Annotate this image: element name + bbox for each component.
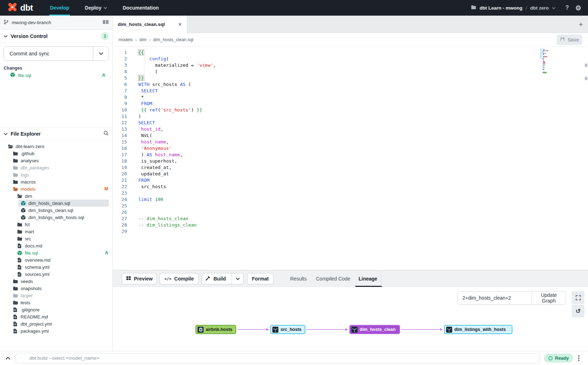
breadcrumb-segment[interactable]: models [118, 37, 133, 42]
docs-reader-icon[interactable] [102, 20, 109, 26]
code-line[interactable]: SELECT [138, 88, 588, 94]
code-line[interactable]: 'Anonymous' [138, 145, 588, 152]
code-line[interactable]: -- dim_hosts_clean [138, 216, 588, 222]
code-line[interactable]: NVL( [138, 132, 588, 139]
code-line[interactable]: created_at, [138, 164, 588, 171]
lineage-node-src_hosts[interactable]: src_hosts [270, 325, 305, 334]
lineage-node-dim_listings_with_hosts[interactable]: dim_listings_with_hosts [444, 325, 512, 334]
tree-item-models[interactable]: models M [0, 185, 112, 192]
code-line[interactable]: config( [138, 56, 588, 62]
account-switcher[interactable]: dbt Learn - mwong / dbt zero [471, 5, 556, 11]
code-line[interactable]: materialized = 'view', [138, 62, 588, 69]
tree-item-target[interactable]: target [0, 292, 112, 299]
code-line[interactable]: updated_at [138, 171, 588, 177]
code-line[interactable]: ) [138, 69, 588, 75]
dbt-logo[interactable]: dbt [0, 2, 42, 14]
tree-item-sources.yml[interactable]: sources.yml [0, 271, 112, 278]
code-line[interactable]: src_hosts [138, 184, 588, 190]
tree-item-dim_hosts_clean.sql[interactable]: dim_hosts_clean.sql [0, 200, 112, 207]
tree-item-snapshots[interactable]: snapshots [0, 285, 112, 292]
nav-item-documentation[interactable]: Documentation [115, 0, 167, 16]
preview-button[interactable]: Preview [122, 273, 157, 284]
scrollbar-thumb[interactable] [585, 64, 587, 67]
lineage-node-airbnb.hosts[interactable]: airbnb.hosts [195, 325, 236, 334]
tab-compiled-code[interactable]: Compiled Code [316, 270, 350, 287]
build-options-chevron[interactable] [232, 273, 243, 284]
changed-file-row[interactable]: file.sql A [0, 71, 112, 79]
tab-dim-hosts-clean[interactable]: dim_hosts_clean.sql ✕ [113, 16, 187, 33]
tab-lineage[interactable]: Lineage [359, 270, 377, 287]
lineage-node-dim_hosts_clean[interactable]: dim_hosts_clean [349, 325, 400, 334]
format-button[interactable]: Format [247, 273, 273, 284]
fullscreen-button[interactable] [572, 291, 584, 304]
tree-item-analyses[interactable]: analyses [0, 157, 112, 164]
help-icon[interactable]: ? [562, 5, 572, 11]
tab-results[interactable]: Results [290, 270, 307, 287]
code-line[interactable]: WITH src_hosts AS ( [138, 81, 588, 88]
code-line[interactable]: {{ [138, 49, 588, 56]
reset-view-button[interactable]: ↺ [572, 305, 584, 317]
tree-item-macros[interactable]: macros [0, 178, 112, 185]
code-line[interactable]: SELECT [138, 120, 588, 126]
tree-item-docs.md[interactable]: docs.md [0, 242, 112, 249]
tree-item-seeds[interactable]: seeds [0, 278, 112, 285]
code-line[interactable] [138, 209, 588, 216]
chevron-up-icon[interactable] [0, 356, 16, 360]
code-line[interactable]: {{ ref('src_hosts') }} [138, 107, 588, 113]
tree-item-dim[interactable]: dim [0, 192, 112, 200]
code-line[interactable] [138, 203, 588, 209]
commit-and-sync-button[interactable]: Commit and sync [4, 47, 109, 61]
code-line[interactable]: FROM [138, 177, 588, 184]
code-line[interactable]: is_superhost, [138, 158, 588, 164]
nav-item-deploy[interactable]: Deploy [77, 0, 115, 16]
tree-item-src[interactable]: src [0, 235, 112, 242]
tree-item-dbt_packages[interactable]: dbt_packages [0, 164, 112, 171]
file-explorer-header[interactable]: File Explorer [0, 127, 112, 140]
compile-button[interactable]: </> Compile [160, 273, 199, 284]
breadcrumb-segment[interactable]: dim [139, 37, 146, 42]
tree-item-tests[interactable]: tests [0, 299, 112, 306]
settings-gear-icon[interactable]: ⚙ [572, 4, 584, 12]
lineage-graph[interactable]: airbnb.hosts src_hosts dim_hosts_clean d… [113, 322, 588, 344]
breadcrumb-segment[interactable]: dim_hosts_clean.sql [153, 37, 193, 42]
minimap[interactable] [543, 49, 557, 74]
tree-item-fct[interactable]: fct [0, 221, 112, 228]
code-line[interactable]: * [138, 94, 588, 100]
tree-item-dbt_project.yml[interactable]: dbt_project.yml [0, 320, 112, 327]
tree-item-.github[interactable]: .github [0, 150, 112, 157]
code-line[interactable]: ) [138, 113, 588, 120]
lineage-filter-input[interactable] [457, 292, 532, 304]
code-content[interactable]: {{ config( materialized = 'view', )}}WIT… [133, 49, 588, 235]
update-graph-button[interactable]: Update Graph [532, 292, 566, 304]
tree-item-.gitignore[interactable]: .gitignore [0, 306, 112, 313]
code-line[interactable]: host_id, [138, 126, 588, 132]
close-icon[interactable]: ✕ [178, 22, 182, 27]
code-line[interactable]: ) AS host_name, [138, 152, 588, 158]
tree-item-mart[interactable]: mart [0, 228, 112, 235]
tree-item-packages.yml[interactable]: packages.yml [0, 327, 112, 334]
code-line[interactable] [138, 190, 588, 196]
tree-item-dim_listings_clean.sql[interactable]: dim_listings_clean.sql [0, 207, 112, 214]
tree-item-schema.yml[interactable]: schema.yml [0, 263, 112, 271]
tree-item-file.sql[interactable]: file.sql A [0, 249, 112, 256]
code-line[interactable]: host_name, [138, 139, 588, 145]
tree-item-overview.md[interactable]: overview.md [0, 256, 112, 263]
new-tab-plus-icon[interactable]: + [579, 16, 583, 33]
save-button[interactable]: Save [557, 34, 582, 45]
code-line[interactable]: limit 100 [138, 196, 588, 203]
code-editor[interactable]: 1234567891011121314151617181920212223242… [113, 47, 588, 270]
scrollbar-thumb[interactable] [585, 77, 587, 80]
code-line[interactable]: -- dim_listings_clean [138, 222, 588, 228]
tree-item-logs[interactable]: logs [0, 171, 112, 178]
dbt-command-input[interactable] [16, 353, 540, 364]
build-button[interactable]: Build [202, 273, 229, 284]
code-line[interactable]: FROM [138, 100, 588, 107]
tree-item-dbt-learn-zero[interactable]: dbt-learn-zero [0, 143, 112, 150]
code-line[interactable]: }} [138, 75, 588, 81]
tree-item-README.md[interactable]: README.md [0, 313, 112, 320]
nav-item-develop[interactable]: Develop [42, 0, 77, 16]
kebab-menu-icon[interactable] [578, 355, 579, 361]
search-icon[interactable] [103, 130, 109, 137]
tree-item-dim_listings_with_hosts.sql[interactable]: dim_listings_with_hosts.sql [0, 214, 112, 221]
version-control-header[interactable]: Version Control 1 [0, 30, 112, 43]
